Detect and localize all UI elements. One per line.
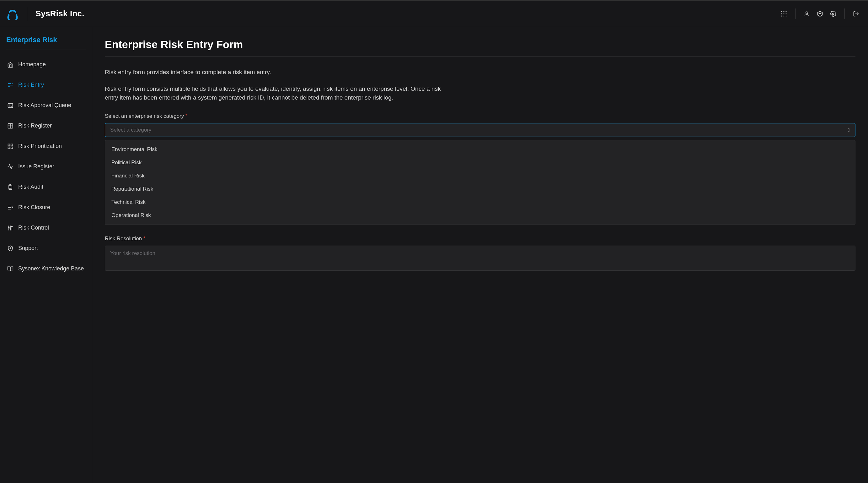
divider: [27, 7, 27, 21]
logout-icon[interactable]: [853, 11, 859, 17]
sidebar-item-issue-register[interactable]: Issue Register: [6, 159, 86, 174]
category-select-placeholder: Select a category: [110, 127, 151, 133]
sidebar-item-label: Homepage: [18, 61, 46, 68]
home-icon: [7, 61, 14, 68]
resolution-label-text: Risk Resolution: [105, 235, 142, 242]
sidebar-item-label: Risk Audit: [18, 184, 43, 190]
page-description-1: Risk entry form provides interface to co…: [105, 68, 444, 77]
svg-point-39: [10, 248, 11, 248]
sidebar-item-label: Risk Register: [18, 122, 52, 129]
shield-icon: [7, 245, 14, 252]
resolution-textarea[interactable]: [105, 246, 856, 271]
category-option[interactable]: Operational Risk: [105, 209, 855, 222]
sidebar-item-label: Issue Register: [18, 163, 54, 170]
sidebar-item-knowledge-base[interactable]: Sysonex Knowledge Base: [6, 261, 86, 276]
resolution-field-label: Risk Resolution *: [105, 235, 856, 242]
category-label-text: Select an enterprise risk category: [105, 113, 184, 119]
sidebar-item-risk-closure[interactable]: Risk Closure: [6, 200, 86, 215]
content-area: Enterprise Risk Entry Form Risk entry fo…: [92, 27, 868, 483]
sidebar-item-label: Risk Prioritization: [18, 143, 62, 149]
svg-point-7: [783, 16, 784, 16]
svg-point-5: [785, 13, 786, 14]
sidebar-item-risk-prioritization[interactable]: Risk Prioritization: [6, 139, 86, 154]
category-dropdown: Environmental Risk Political Risk Financ…: [105, 140, 856, 225]
brand-group: SysRisk Inc.: [6, 7, 85, 21]
svg-point-0: [781, 11, 782, 12]
sidebar-item-support[interactable]: Support: [6, 240, 86, 256]
divider: [6, 50, 86, 50]
logo-icon: [6, 7, 19, 20]
topbar: SysRisk Inc.: [0, 0, 868, 27]
svg-point-10: [833, 13, 834, 15]
category-option[interactable]: Reputational Risk: [105, 182, 855, 196]
svg-rect-20: [11, 144, 13, 146]
sidebar: Enterprise Risk Homepage Risk Entry Risk…: [0, 27, 92, 483]
activity-icon: [7, 164, 14, 170]
divider: [105, 56, 856, 57]
user-icon[interactable]: [804, 11, 810, 17]
sidebar-item-label: Risk Closure: [18, 204, 50, 211]
svg-rect-21: [8, 147, 10, 148]
dashboard-icon: [7, 143, 14, 149]
gear-icon[interactable]: [830, 11, 836, 17]
sidebar-item-label: Risk Approval Queue: [18, 102, 71, 109]
svg-point-1: [783, 11, 784, 12]
page-description-2: Risk entry form consists multiple fields…: [105, 84, 444, 103]
svg-point-3: [781, 13, 782, 14]
divider: [844, 8, 845, 19]
svg-point-9: [806, 11, 808, 14]
category-select[interactable]: Select a category: [105, 123, 856, 137]
book-open-icon: [7, 266, 14, 272]
category-option[interactable]: Political Risk: [105, 156, 855, 169]
required-indicator: *: [144, 235, 146, 242]
divider: [795, 8, 796, 19]
sidebar-item-label: Risk Entry: [18, 82, 44, 88]
category-option[interactable]: Environmental Risk: [105, 143, 855, 156]
brand-name: SysRisk Inc.: [35, 9, 85, 19]
category-option[interactable]: Financial Risk: [105, 169, 855, 182]
sidebar-item-risk-audit[interactable]: Risk Audit: [6, 179, 86, 195]
category-field-label: Select an enterprise risk category *: [105, 113, 856, 119]
topbar-actions: [781, 8, 859, 19]
main-layout: Enterprise Risk Homepage Risk Entry Risk…: [0, 27, 868, 483]
required-indicator: *: [185, 113, 188, 119]
chevron-updown-icon: [847, 127, 851, 133]
svg-point-27: [11, 188, 11, 188]
apps-grid-icon[interactable]: [781, 11, 787, 17]
svg-rect-19: [8, 144, 10, 146]
svg-point-4: [783, 13, 784, 14]
terminal-icon: [7, 103, 14, 109]
table-icon: [7, 123, 14, 129]
svg-point-25: [9, 188, 10, 188]
svg-point-6: [781, 16, 782, 16]
sliders-icon: [7, 225, 14, 231]
sidebar-item-risk-approval-queue[interactable]: Risk Approval Queue: [6, 98, 86, 113]
svg-point-2: [785, 11, 786, 12]
clipboard-icon: [7, 184, 14, 190]
sidebar-item-label: Sysonex Knowledge Base: [18, 265, 84, 272]
sidebar-item-risk-control[interactable]: Risk Control: [6, 220, 86, 235]
svg-point-8: [785, 16, 786, 16]
sidebar-item-label: Risk Control: [18, 225, 49, 231]
cube-icon[interactable]: [817, 11, 823, 17]
sidebar-item-risk-entry[interactable]: Risk Entry: [6, 77, 86, 93]
sidebar-title: Enterprise Risk: [6, 36, 86, 44]
svg-point-26: [10, 188, 11, 188]
list-x-icon: [7, 204, 14, 211]
sidebar-item-label: Support: [18, 245, 38, 252]
sidebar-item-risk-register[interactable]: Risk Register: [6, 118, 86, 134]
sidebar-item-homepage[interactable]: Homepage: [6, 57, 86, 72]
list-filter-icon: [7, 82, 14, 88]
svg-rect-22: [11, 147, 13, 148]
page-title: Enterprise Risk Entry Form: [105, 38, 856, 51]
category-option[interactable]: Technical Risk: [105, 196, 855, 209]
